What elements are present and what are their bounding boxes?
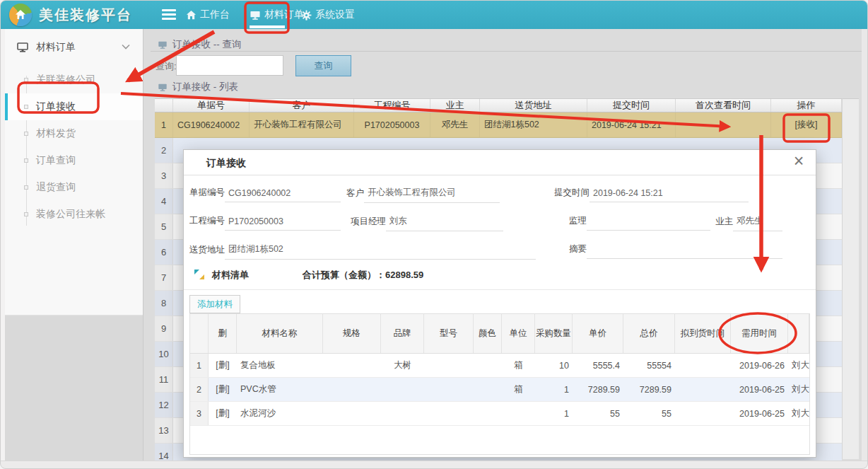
dialog-titlebar: 订单接收 × xyxy=(184,150,816,175)
monitor-icon xyxy=(16,42,29,53)
delete-link[interactable]: [删] xyxy=(209,378,237,401)
sidebar-item-label: 订单接收 xyxy=(36,100,76,113)
material-row[interactable]: 3 [删] 水泥河沙 1 55 55 2019-06-25 刘大 xyxy=(190,402,809,426)
row-number: 11 xyxy=(155,367,173,392)
dialog-title: 订单接收 xyxy=(206,157,246,170)
cell-owner: 邓先生 xyxy=(430,112,480,137)
query-panel-title: 订单接收 -- 查询 xyxy=(158,38,242,51)
menu-toggle-icon[interactable] xyxy=(162,9,176,21)
sidebar-item-order-receive[interactable]: 订单接收 xyxy=(5,93,143,120)
field-label: 工程编号 xyxy=(189,215,225,231)
sidebar-item-return-query[interactable]: 退货查询 xyxy=(5,174,143,201)
cell-qty: 1 xyxy=(535,402,573,425)
materials-table: 删 材料名称 规格 品牌 型号 颜色 单位 采购数量 单价 总价 拟到货时间 需… xyxy=(189,313,810,455)
cell-unit xyxy=(502,402,535,425)
cell-color xyxy=(474,402,502,425)
submit-time-input[interactable]: 2019-06-24 15:21 xyxy=(590,188,749,202)
sidebar-root-label: 材料订单 xyxy=(36,41,76,54)
resize-arrows-icon xyxy=(194,269,205,280)
sidebar-item-label: 装修公司往来帐 xyxy=(36,208,105,221)
header-cell xyxy=(788,314,809,353)
header-cell: 单位 xyxy=(502,314,535,353)
project-no-input[interactable]: P1702050003 xyxy=(225,216,341,231)
row-number: 6 xyxy=(155,240,173,265)
cell-qty: 10 xyxy=(535,354,573,377)
delete-link[interactable]: [删] xyxy=(209,354,237,377)
row-number: 9 xyxy=(155,316,173,341)
cell-address: 团结湖1栋502 xyxy=(480,112,587,137)
row-number: 13 xyxy=(155,418,173,443)
sidebar-item-company-account[interactable]: 装修公司往来帐 xyxy=(5,201,143,228)
row-number: 1 xyxy=(155,112,173,137)
close-icon[interactable]: × xyxy=(789,151,809,171)
nav-item-workbench[interactable]: 工作台 xyxy=(186,1,230,29)
sidebar-item-material-orders-root[interactable]: 材料订单 xyxy=(5,35,143,60)
cell-total: 7289.59 xyxy=(623,378,675,401)
nav-item-settings[interactable]: 系统设置 xyxy=(301,1,355,29)
sidebar-item-order-query[interactable]: 订单查询 xyxy=(5,147,143,174)
cell-need-time: 2019-06-25 xyxy=(731,402,788,425)
cell-spec xyxy=(323,354,381,377)
address-input[interactable]: 团结湖1栋502 xyxy=(225,243,536,260)
bullet-icon xyxy=(24,185,28,190)
field-pm: 项目经理 刘东 xyxy=(351,215,503,231)
owner-input[interactable]: 邓先生 xyxy=(733,215,782,231)
budget-value: 62898.59 xyxy=(385,270,423,280)
material-row[interactable]: 2 [删] PVC水管 箱 1 7289.59 7289.59 2019-06-… xyxy=(190,378,809,402)
order-no-input[interactable]: CG1906240002 xyxy=(225,188,341,202)
nav-item-material-orders[interactable]: 材料订单 xyxy=(250,1,304,29)
header-cell: 采购数量 xyxy=(535,314,573,353)
cell-need-time: 2019-06-25 xyxy=(731,378,788,401)
field-supervisor: 监理 xyxy=(569,215,710,231)
customer-input[interactable]: 开心装饰工程有限公司 xyxy=(364,187,500,203)
search-button[interactable]: 查询 xyxy=(295,55,351,76)
header-cell xyxy=(155,99,173,112)
field-label: 业主 xyxy=(715,216,733,231)
budget-label: 合计预算（金额）： xyxy=(303,270,385,280)
sidebar-item-material-ship[interactable]: 材料发货 xyxy=(5,120,143,147)
project-manager-input[interactable]: 刘东 xyxy=(386,215,503,231)
field-order-no: 单据编号 CG1906240002 xyxy=(189,187,341,202)
supervisor-input[interactable] xyxy=(587,218,710,231)
cell-customer: 开心装饰工程有限公司 xyxy=(250,112,354,137)
header-cell: 型号 xyxy=(424,314,474,353)
field-address: 送货地址 团结湖1栋502 xyxy=(189,243,536,260)
query-input[interactable] xyxy=(176,55,283,76)
cell-model xyxy=(424,354,474,377)
cell-order-no: CG1906240002 xyxy=(173,112,250,137)
header-cell: 总价 xyxy=(623,314,675,353)
list-panel-title: 订单接收 - 列表 xyxy=(158,81,238,93)
cell-submit-time: 2019-06-24 15:21 xyxy=(587,112,676,137)
add-material-button[interactable]: 添加材料 xyxy=(189,295,240,313)
cell-eta xyxy=(675,378,731,401)
summary-input[interactable] xyxy=(587,246,782,259)
gear-icon xyxy=(301,10,312,21)
sidebar-item-linked-companies[interactable]: 关联装修公司 xyxy=(5,66,143,93)
field-label: 客户 xyxy=(346,187,364,203)
receive-link[interactable]: [接收] xyxy=(771,112,842,137)
cell-total: 55 xyxy=(623,402,675,425)
table-row-selected[interactable]: 1 CG1906240002 开心装饰工程有限公司 P1702050003 邓先… xyxy=(155,112,842,138)
chevron-down-icon xyxy=(122,44,130,50)
brand-title: 美佳装修平台 xyxy=(39,6,132,25)
cell-eta xyxy=(675,402,731,425)
cell-project-no: P1702050003 xyxy=(354,112,430,137)
house-icon xyxy=(14,8,27,21)
row-number: 3 xyxy=(190,402,209,425)
cell-model xyxy=(424,402,474,425)
cell-total: 55554 xyxy=(623,354,675,377)
header-cell xyxy=(190,314,209,353)
row-number: 8 xyxy=(155,291,173,315)
material-row[interactable]: 1 [删] 复合地板 大树 箱 10 5555.4 55554 2019-06-… xyxy=(190,354,809,378)
header-cell: 送货地址 xyxy=(480,99,587,112)
list-panel-title-text: 订单接收 - 列表 xyxy=(172,81,238,93)
row-number: 12 xyxy=(155,393,173,417)
window-right-edge xyxy=(862,29,868,462)
top-navbar: 美佳装修平台 工作台 材料订单 xyxy=(1,1,867,29)
cell-name: PVC水管 xyxy=(237,378,323,401)
header-cell: 品牌 xyxy=(381,314,424,353)
budget-total: 合计预算（金额）：62898.59 xyxy=(303,269,423,282)
delete-link[interactable]: [删] xyxy=(209,402,237,425)
header-cell: 操作 xyxy=(771,99,842,112)
header-cell: 业主 xyxy=(430,99,480,112)
